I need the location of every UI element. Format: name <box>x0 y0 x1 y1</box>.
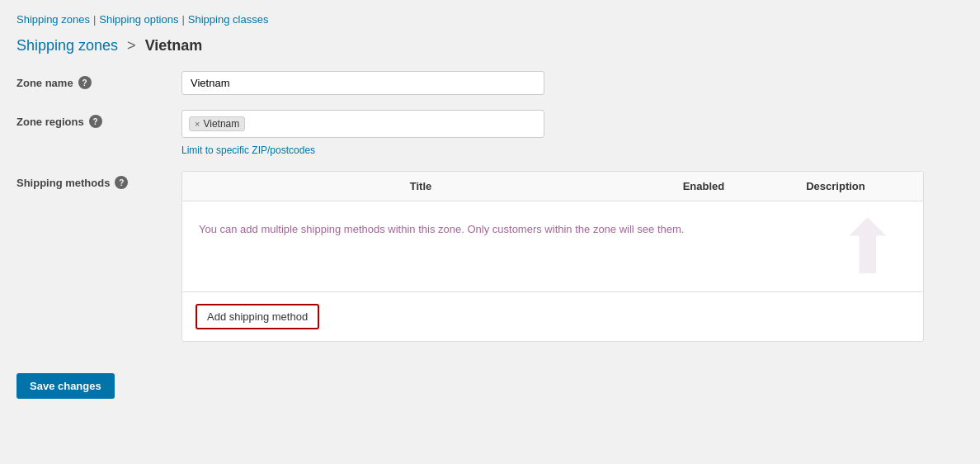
shipping-empty-area: ⬆ You can add multiple shipping methods … <box>182 201 923 292</box>
vietnam-tag-remove[interactable]: × <box>195 120 200 129</box>
zone-name-row: Zone name ? <box>16 71 964 95</box>
col-header-enabled: Enabled <box>646 180 761 192</box>
nav-separator-1: | <box>93 13 96 26</box>
save-changes-button[interactable]: Save changes <box>16 373 115 399</box>
nav-separator-2: | <box>181 13 184 26</box>
breadcrumb-parent[interactable]: Shipping zones <box>16 37 118 54</box>
shipping-methods-label-col: Shipping methods ? <box>16 171 181 189</box>
zone-name-label: Zone name <box>16 77 73 89</box>
zone-regions-help-icon[interactable]: ? <box>89 115 102 128</box>
col-header-title: Title <box>196 180 646 192</box>
zone-name-input[interactable] <box>181 71 544 95</box>
top-nav: Shipping zones | Shipping options | Ship… <box>16 13 964 26</box>
shipping-empty-message: You can add multiple shipping methods wi… <box>199 221 776 239</box>
zone-regions-label-col: Zone regions ? <box>16 110 181 128</box>
vietnam-tag-label: Vietnam <box>203 118 239 130</box>
col-header-description: Description <box>761 180 910 192</box>
limit-zip-link[interactable]: Limit to specific ZIP/postcodes <box>181 144 964 156</box>
watermark-icon: ⬆ <box>836 203 898 290</box>
zone-regions-row: Zone regions ? × Vietnam Limit to specif… <box>16 110 964 156</box>
breadcrumb: Shipping zones > Vietnam <box>16 37 964 54</box>
zone-name-label-col: Zone name ? <box>16 71 181 89</box>
page-wrapper: Shipping zones | Shipping options | Ship… <box>0 0 980 415</box>
zone-name-help-icon[interactable]: ? <box>78 76 92 89</box>
add-method-area: Add shipping method <box>182 292 923 341</box>
shipping-table-header: Title Enabled Description <box>182 172 923 201</box>
nav-shipping-zones[interactable]: Shipping zones <box>16 13 90 26</box>
zone-regions-tag-input[interactable]: × Vietnam <box>181 110 544 138</box>
zone-regions-field-col: × Vietnam Limit to specific ZIP/postcode… <box>181 110 964 156</box>
breadcrumb-separator: > <box>127 37 136 54</box>
shipping-methods-row: Shipping methods ? Title Enabled Descrip… <box>16 171 964 342</box>
shipping-methods-help-icon[interactable]: ? <box>115 176 128 189</box>
zone-name-field-col <box>181 71 964 95</box>
add-shipping-method-button[interactable]: Add shipping method <box>196 304 319 329</box>
breadcrumb-current: Vietnam <box>145 37 203 54</box>
nav-shipping-classes[interactable]: Shipping classes <box>188 13 269 26</box>
vietnam-tag[interactable]: × Vietnam <box>189 116 245 131</box>
shipping-methods-table: Title Enabled Description ⬆ You can add … <box>181 171 924 342</box>
nav-shipping-options[interactable]: Shipping options <box>99 13 178 26</box>
shipping-methods-field-col: Title Enabled Description ⬆ You can add … <box>181 171 964 342</box>
shipping-methods-label: Shipping methods <box>16 177 110 189</box>
zone-regions-label: Zone regions <box>16 116 84 128</box>
